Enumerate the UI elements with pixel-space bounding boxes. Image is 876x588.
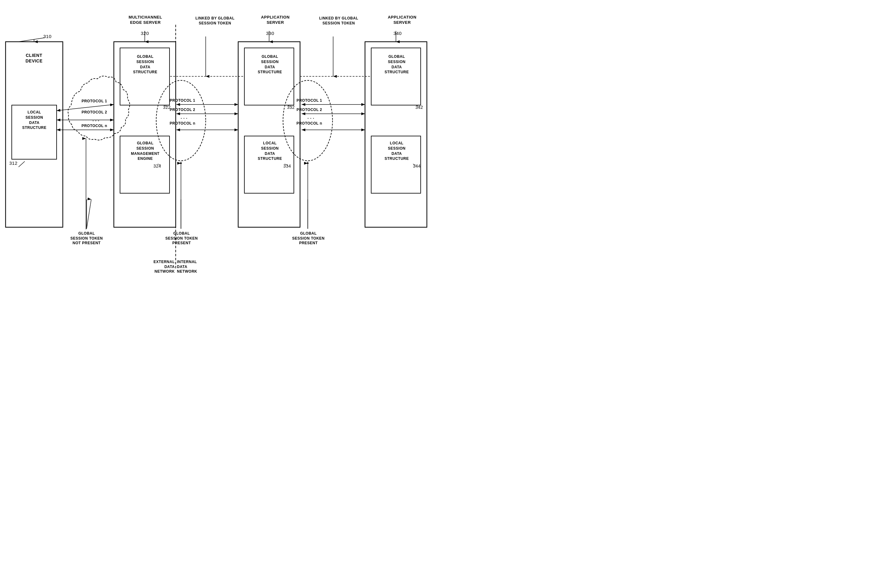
edge-mgmt-engine-label: GLOBALSESSIONMANAGEMENTENGINE xyxy=(121,141,169,161)
svg-line-21 xyxy=(57,105,114,111)
token-present-2-label: GLOBALSESSION TOKENPRESENT xyxy=(285,231,332,246)
client-local-session-label: LOCALSESSIONDATASTRUCTURE xyxy=(13,110,56,130)
svg-marker-37 xyxy=(180,161,182,164)
ref-312: 312 xyxy=(9,160,18,166)
ref-324: 324 xyxy=(153,163,161,169)
ref-344: 344 xyxy=(413,163,421,169)
token-not-present-label: GLOBALSESSION TOKENNOT PRESENT xyxy=(60,231,113,246)
linked-token-2-label: LINKED BY GLOBALSESSION TOKEN xyxy=(313,16,365,26)
edge-server-label: MULTICHANNELEDGE SERVER xyxy=(114,15,176,26)
app330-global-session-label: GLOBALSESSIONDATASTRUCTURE xyxy=(246,54,294,75)
linked-token-1-label: LINKED BY GLOBALSESSION TOKEN xyxy=(189,16,241,26)
cloud-dots1: · · · xyxy=(84,118,108,124)
cloud-protocol1: PROTOCOL 1 xyxy=(77,99,111,104)
ellipse1-protocoln: PROTOCOL n xyxy=(167,121,198,126)
external-data-network-label: EXTERNALDATANETWORK xyxy=(142,260,175,274)
diagram-svg xyxy=(0,0,438,294)
ref-334: 334 xyxy=(283,163,291,169)
ellipse1-protocol1: PROTOCOL 1 xyxy=(167,98,198,103)
app-server-330-label: APPLICATIONSERVER xyxy=(248,15,303,26)
svg-line-45 xyxy=(18,38,45,42)
ellipse1-protocol2: PROTOCOL 2 xyxy=(167,108,198,112)
edge-global-session-label: GLOBALSESSIONDATASTRUCTURE xyxy=(121,54,169,75)
app-server-340-label: APPLICATIONSERVER xyxy=(374,15,430,26)
cloud-protocol2: PROTOCOL 2 xyxy=(77,110,111,115)
ellipse2-protocol2: PROTOCOL 2 xyxy=(294,108,325,112)
ref-310: 310 xyxy=(43,33,52,40)
client-device-label: CLIENTDEVICE xyxy=(6,52,62,64)
ref-330: 330 xyxy=(266,30,274,36)
ellipse2-dots: · · · xyxy=(302,116,320,121)
ellipse2-protocoln: PROTOCOL n xyxy=(294,121,325,126)
internal-data-network-label: INTERNALDATANETWORK xyxy=(177,260,211,274)
ellipse2-protocol1: PROTOCOL 1 xyxy=(294,98,325,103)
ellipse1-dots: · · · xyxy=(175,116,193,121)
ref-340: 340 xyxy=(394,30,402,36)
app340-local-session-label: LOCALSESSIONDATASTRUCTURE xyxy=(373,141,421,161)
app340-global-session-label: GLOBALSESSIONDATASTRUCTURE xyxy=(373,54,421,75)
app330-local-session-label: LOCALSESSIONDATASTRUCTURE xyxy=(246,141,294,161)
diagram: 310 CLIENTDEVICE LOCALSESSIONDATASTRUCTU… xyxy=(0,0,438,294)
svg-marker-39 xyxy=(307,161,309,164)
ref-320: 320 xyxy=(141,30,149,36)
token-present-1-label: GLOBALSESSION TOKENPRESENT xyxy=(158,231,205,246)
cloud-protocoln: PROTOCOL n xyxy=(77,124,111,129)
svg-line-34 xyxy=(87,200,91,229)
svg-rect-5 xyxy=(6,42,63,227)
ref-342: 342 xyxy=(415,105,423,110)
svg-line-46 xyxy=(18,161,25,167)
